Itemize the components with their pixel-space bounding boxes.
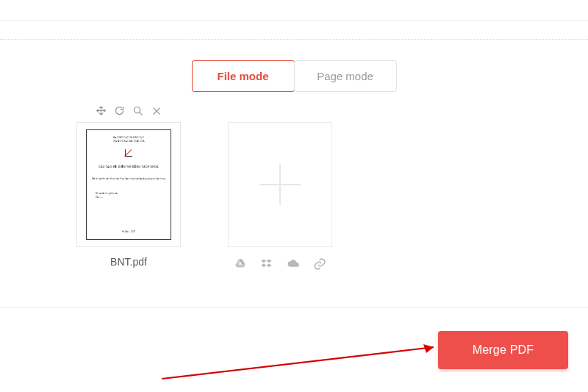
- annotation-arrow: [162, 338, 456, 382]
- svg-line-4: [162, 347, 434, 379]
- google-drive-icon[interactable]: [233, 257, 248, 271]
- file-name-label: BNT.pdf: [110, 256, 147, 268]
- add-file-column: [218, 105, 343, 271]
- move-icon[interactable]: [96, 105, 107, 116]
- dropbox-icon[interactable]: [259, 257, 274, 271]
- files-area: BỘ GIÁO DỤC VÀ ĐÀO TẠO TRƯỜNG ĐẠI HỌC QU…: [0, 92, 588, 271]
- plus-icon: [259, 164, 301, 205]
- top-bar: [0, 0, 588, 21]
- svg-line-1: [140, 113, 142, 115]
- close-icon[interactable]: [151, 105, 162, 116]
- content-area: File mode Page mode: [0, 40, 588, 271]
- upload-sources: [233, 257, 327, 271]
- tab-page-mode[interactable]: Page mode: [294, 60, 397, 92]
- link-icon[interactable]: [312, 257, 327, 271]
- document-preview: BỘ GIÁO DỤC VÀ ĐÀO TẠO TRƯỜNG ĐẠI HỌC QU…: [86, 129, 171, 240]
- merge-button[interactable]: Merge PDF: [438, 331, 568, 369]
- bottom-divider: [0, 307, 588, 308]
- add-file-card[interactable]: [228, 122, 332, 247]
- onedrive-icon[interactable]: [286, 257, 301, 271]
- rotate-icon[interactable]: [114, 105, 125, 116]
- file-toolbar: [96, 105, 162, 116]
- zoom-icon[interactable]: [132, 105, 143, 116]
- tab-file-mode[interactable]: File mode: [192, 60, 295, 92]
- file-item: BỘ GIÁO DỤC VÀ ĐÀO TẠO TRƯỜNG ĐẠI HỌC QU…: [66, 105, 191, 268]
- mode-toggle: File mode Page mode: [0, 60, 588, 92]
- file-thumbnail[interactable]: BỘ GIÁO DỤC VÀ ĐÀO TẠO TRƯỜNG ĐẠI HỌC QU…: [76, 122, 181, 247]
- svg-marker-5: [423, 344, 434, 353]
